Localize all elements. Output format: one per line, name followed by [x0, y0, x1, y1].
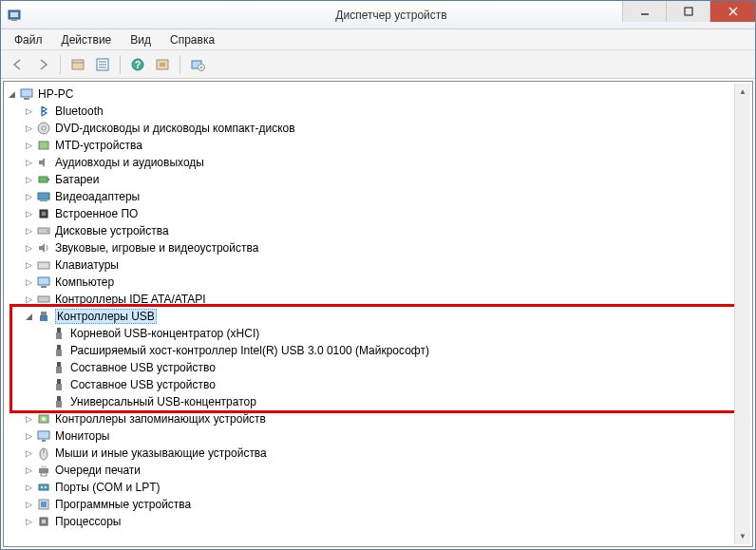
expander-open-icon[interactable]: ◢ [23, 311, 34, 322]
tree-item-usb-roothub[interactable]: Корневой USB-концентратор (xHCI) [4, 325, 752, 342]
expander-closed-icon[interactable]: ▷ [23, 140, 34, 151]
update-driver-button[interactable] [186, 53, 209, 76]
properties-button[interactable] [91, 53, 114, 76]
tree-item-audio[interactable]: ▷Аудиовходы и аудиовыходы [4, 154, 752, 171]
svg-rect-43 [56, 350, 62, 356]
scroll-up-icon[interactable]: ▲ [735, 84, 750, 100]
expander-closed-icon[interactable]: ▷ [23, 259, 34, 271]
expander-closed-icon[interactable]: ▷ [23, 482, 34, 493]
usb-device-icon [51, 394, 66, 409]
back-button[interactable] [7, 53, 29, 76]
svg-rect-47 [56, 384, 62, 390]
expander-closed-icon[interactable]: ▷ [23, 191, 34, 202]
close-button[interactable] [709, 1, 755, 22]
port-icon [36, 480, 51, 495]
monitor-icon [36, 428, 51, 444]
svg-point-60 [41, 486, 43, 488]
expander-closed-icon[interactable]: ▷ [23, 225, 34, 237]
tree-item-disk[interactable]: ▷Дисковые устройства [4, 222, 752, 239]
expander-closed-icon[interactable]: ▷ [23, 413, 34, 425]
tree-item-bluetooth[interactable]: ▷Bluetooth [4, 103, 752, 120]
tree-item-keyboard[interactable]: ▷Клавиатуры [4, 256, 752, 274]
tree-label: MTD-устройства [55, 139, 142, 152]
svg-rect-53 [42, 440, 46, 442]
svg-rect-26 [38, 193, 49, 199]
dvd-icon [36, 121, 51, 136]
tree-item-firmware[interactable]: ▷Встроенное ПО [4, 205, 752, 222]
svg-rect-59 [39, 484, 48, 490]
menu-help[interactable]: Справка [161, 31, 224, 48]
expander-closed-icon[interactable]: ▷ [23, 516, 34, 527]
menu-view[interactable]: Вид [121, 31, 161, 48]
expander-closed-icon[interactable]: ▷ [23, 174, 34, 185]
help-button[interactable]: ? [126, 53, 149, 76]
tree-item-usb-universal[interactable]: Универсальный USB-концентратор [4, 393, 752, 410]
tree-item-mouse[interactable]: ▷Мыши и иные указывающие устройства [4, 445, 752, 462]
svg-rect-7 [72, 60, 84, 69]
device-tree[interactable]: ◢ HP-PC ▷Bluetooth ▷DVD-дисководы и диск… [3, 81, 753, 547]
tree-item-software-dev[interactable]: ▷Программные устройства [4, 496, 752, 513]
tree-item-usb-composite1[interactable]: Составное USB устройство [4, 359, 752, 376]
toolbar-separator [120, 55, 121, 74]
mtd-icon [36, 138, 51, 153]
scrollbar[interactable]: ▲ ▼ [734, 84, 750, 544]
expander-closed-icon[interactable]: ▷ [23, 105, 34, 117]
tree-label: Дисковые устройства [55, 224, 169, 237]
svg-rect-42 [57, 345, 61, 350]
tree-item-storage-ctrl[interactable]: ▷Контроллеры запоминающих устройств [4, 410, 752, 427]
menu-action[interactable]: Действие [52, 31, 122, 48]
toolbar-separator [60, 55, 61, 74]
svg-rect-41 [56, 332, 62, 339]
tree-item-sound[interactable]: ▷Звуковые, игровые и видеоустройства [4, 239, 752, 256]
tree-item-ports[interactable]: ▷Порты (COM и LPT) [4, 479, 752, 496]
svg-text:?: ? [135, 60, 141, 70]
tree-item-printqueue[interactable]: ▷Очереди печати [4, 462, 752, 479]
tree-item-video[interactable]: ▷Видеоадаптеры [4, 188, 752, 205]
tree-label: Программные устройства [55, 498, 191, 511]
svg-point-31 [47, 230, 48, 232]
tree-item-mtd[interactable]: ▷MTD-устройства [4, 137, 752, 154]
menu-file[interactable]: Файл [5, 31, 52, 48]
show-hidden-button[interactable] [66, 53, 89, 76]
scan-button[interactable] [151, 53, 174, 76]
tree-item-usb-hostctrl[interactable]: Расширяемый хост-контроллер Intel(R) USB… [4, 342, 752, 359]
expander-closed-icon[interactable]: ▷ [23, 157, 34, 168]
tree-item-computer[interactable]: ▷Компьютер [4, 274, 752, 291]
minimize-button[interactable] [622, 1, 666, 22]
svg-rect-19 [21, 89, 32, 97]
tree-label: Bluetooth [55, 104, 104, 118]
tree-label: Контроллеры IDE ATA/ATAPI [55, 293, 206, 306]
scroll-down-icon[interactable]: ▼ [735, 528, 750, 544]
tree-item-usb-composite2[interactable]: Составное USB устройство [4, 376, 752, 393]
expander-closed-icon[interactable]: ▷ [23, 276, 34, 288]
forward-button[interactable] [31, 53, 54, 76]
keyboard-icon [36, 257, 51, 273]
expander-open-icon[interactable]: ◢ [6, 88, 17, 100]
tree-label: DVD-дисководы и дисководы компакт-дисков [55, 122, 295, 135]
expander-closed-icon[interactable]: ▷ [23, 465, 34, 476]
expander-closed-icon[interactable]: ▷ [23, 242, 34, 254]
svg-rect-20 [24, 98, 29, 100]
tree-root[interactable]: ◢ HP-PC [4, 85, 752, 103]
expander-closed-icon[interactable]: ▷ [23, 123, 34, 134]
tree-item-monitors[interactable]: ▷Мониторы [4, 427, 752, 445]
tree-item-ide[interactable]: ▷Контроллеры IDE ATA/ATAPI [4, 291, 752, 308]
expander-closed-icon[interactable]: ▷ [23, 294, 34, 305]
tree-item-usb[interactable]: ◢Контроллеры USB [4, 308, 752, 325]
storage-icon [36, 411, 51, 427]
computer-icon [19, 86, 34, 102]
expander-closed-icon[interactable]: ▷ [23, 208, 34, 219]
svg-rect-63 [41, 502, 47, 507]
svg-rect-49 [56, 401, 62, 408]
tree-item-dvd[interactable]: ▷DVD-дисководы и дисководы компакт-диско… [4, 120, 752, 137]
expander-closed-icon[interactable]: ▷ [23, 499, 34, 510]
printer-icon [36, 463, 51, 478]
svg-rect-36 [41, 286, 47, 288]
expander-closed-icon[interactable]: ▷ [23, 447, 34, 459]
tree-item-battery[interactable]: ▷Батареи [4, 171, 752, 188]
tree-item-processors[interactable]: ▷Процессоры [4, 513, 752, 530]
svg-rect-1 [10, 12, 18, 17]
tree-label: Видеоадаптеры [55, 190, 140, 203]
expander-closed-icon[interactable]: ▷ [23, 430, 34, 442]
maximize-button[interactable] [666, 1, 709, 22]
